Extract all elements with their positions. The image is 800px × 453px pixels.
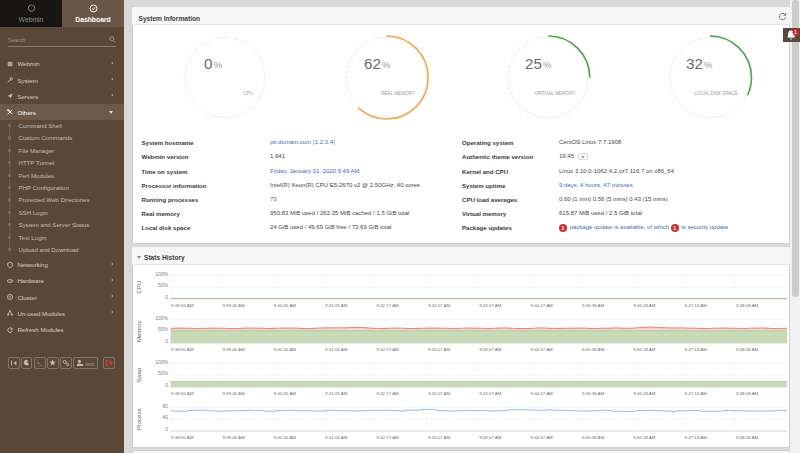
svg-text:CPU: CPU	[243, 91, 253, 96]
svg-text:VIRTUAL MEMORY: VIRTUAL MEMORY	[534, 91, 575, 96]
svg-text:0%: 0%	[204, 55, 223, 72]
svg-text:32%: 32%	[686, 55, 713, 72]
svg-text:25%: 25%	[525, 55, 552, 72]
svg-text:62%: 62%	[364, 55, 391, 72]
svg-text:REAL MEMORY: REAL MEMORY	[381, 91, 415, 96]
svg-text:LOCAL DISK SPACE: LOCAL DISK SPACE	[694, 91, 737, 96]
svg-text:1: 1	[794, 30, 797, 35]
